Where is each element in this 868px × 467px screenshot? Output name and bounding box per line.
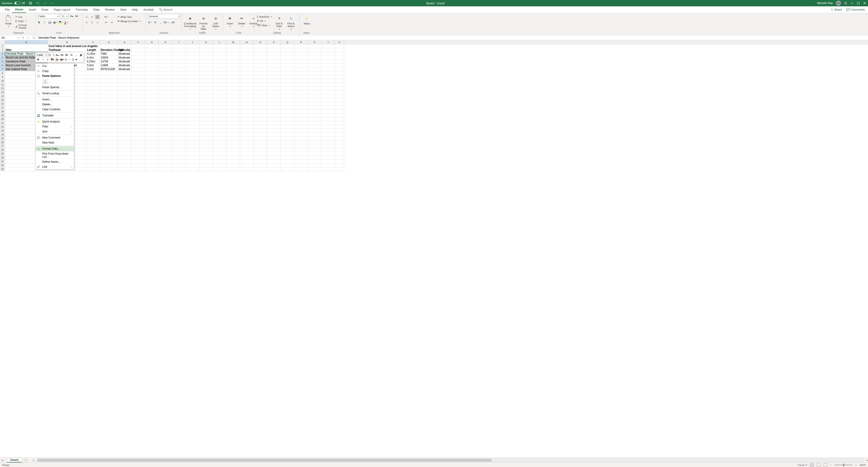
cell-M30[interactable] bbox=[226, 156, 240, 160]
cell-K3[interactable] bbox=[199, 52, 213, 56]
collapse-ribbon-icon[interactable]: ˄ bbox=[866, 14, 867, 17]
cell-N22[interactable] bbox=[240, 125, 254, 129]
cell-O20[interactable] bbox=[254, 117, 267, 121]
delete-cells-button[interactable]: ➖Delete bbox=[237, 14, 247, 29]
cell-L13[interactable] bbox=[213, 90, 226, 94]
cell-C32[interactable] bbox=[86, 163, 100, 167]
cell-M18[interactable] bbox=[226, 110, 240, 114]
cell-S15[interactable] bbox=[308, 98, 321, 102]
cell-U22[interactable] bbox=[335, 125, 344, 129]
cell-N19[interactable] bbox=[240, 114, 254, 117]
cell-L18[interactable] bbox=[213, 110, 226, 114]
user-avatar[interactable]: MR bbox=[836, 1, 841, 6]
cell-S32[interactable] bbox=[308, 163, 321, 167]
cell-R21[interactable] bbox=[294, 121, 308, 125]
cell-D4[interactable]: 1050ft bbox=[100, 56, 118, 60]
cell-M32[interactable] bbox=[226, 163, 240, 167]
scroll-right-icon[interactable]: ▸ bbox=[867, 459, 868, 462]
cell-O2[interactable] bbox=[254, 48, 267, 52]
cell-F26[interactable] bbox=[131, 141, 145, 144]
cell-I26[interactable] bbox=[172, 141, 186, 144]
mini-merge-icon[interactable]: ⬌ bbox=[74, 57, 78, 61]
cell-N27[interactable] bbox=[240, 144, 254, 148]
cell-E29[interactable] bbox=[118, 152, 131, 156]
cell-T3[interactable] bbox=[321, 52, 335, 56]
row-header-8[interactable]: 8 bbox=[0, 71, 5, 75]
cell-M27[interactable] bbox=[226, 144, 240, 148]
cell-R28[interactable] bbox=[294, 148, 308, 152]
cell-D10[interactable] bbox=[100, 79, 118, 83]
cell-I32[interactable] bbox=[172, 163, 186, 167]
cell-R11[interactable] bbox=[294, 83, 308, 87]
sort-filter-button[interactable]: ⇅Sort & Filter bbox=[274, 14, 284, 31]
cell-H11[interactable] bbox=[159, 83, 172, 87]
cell-K29[interactable] bbox=[199, 152, 213, 156]
cell-P6[interactable] bbox=[267, 64, 281, 67]
cell-I11[interactable] bbox=[172, 83, 186, 87]
cell-R9[interactable] bbox=[294, 75, 308, 79]
cell-K17[interactable] bbox=[199, 106, 213, 110]
cell-E11[interactable] bbox=[118, 83, 131, 87]
cell-L20[interactable] bbox=[213, 117, 226, 121]
column-header-T[interactable]: T bbox=[321, 40, 335, 44]
cell-E10[interactable] bbox=[118, 79, 131, 83]
autosum-button[interactable]: ΣAutoSum bbox=[256, 15, 273, 19]
cell-Q31[interactable] bbox=[281, 160, 294, 163]
cell-J5[interactable] bbox=[186, 60, 199, 64]
cell-R30[interactable] bbox=[294, 156, 308, 160]
cell-L11[interactable] bbox=[213, 83, 226, 87]
cell-I10[interactable] bbox=[172, 79, 186, 83]
row-header-14[interactable]: 14 bbox=[0, 94, 5, 98]
mini-decrease-font-icon[interactable]: A▾ bbox=[60, 53, 64, 57]
cell-P31[interactable] bbox=[267, 160, 281, 163]
spreadsheet-grid[interactable]: ABCDEFGHIJKLMNOPQRSTU 1Cool hikes in and… bbox=[0, 40, 868, 458]
cell-R2[interactable] bbox=[294, 48, 308, 52]
close-icon[interactable] bbox=[863, 2, 866, 5]
cell-U13[interactable] bbox=[335, 90, 344, 94]
cell-I12[interactable] bbox=[172, 87, 186, 90]
cell-S26[interactable] bbox=[308, 141, 321, 144]
cell-N12[interactable] bbox=[240, 87, 254, 90]
redo-icon[interactable] bbox=[43, 2, 46, 5]
cell-H28[interactable] bbox=[159, 148, 172, 152]
cell-P27[interactable] bbox=[267, 144, 281, 148]
cell-J8[interactable] bbox=[186, 71, 199, 75]
cell-H17[interactable] bbox=[159, 106, 172, 110]
cell-E20[interactable] bbox=[118, 117, 131, 121]
cell-F6[interactable] bbox=[131, 64, 145, 67]
cell-R8[interactable] bbox=[294, 71, 308, 75]
cut-button[interactable]: ✂Cut bbox=[15, 15, 33, 19]
cell-M8[interactable] bbox=[226, 71, 240, 75]
cell-J25[interactable] bbox=[186, 136, 199, 141]
cell-N26[interactable] bbox=[240, 141, 254, 144]
cell-K23[interactable] bbox=[199, 129, 213, 133]
cell-N7[interactable] bbox=[240, 67, 254, 71]
cell-G3[interactable] bbox=[145, 52, 159, 56]
cell-E15[interactable] bbox=[118, 98, 131, 102]
cell-Q2[interactable] bbox=[281, 48, 294, 52]
cell-R24[interactable] bbox=[294, 133, 308, 136]
enter-formula-icon[interactable]: ✓ bbox=[26, 36, 31, 39]
wrap-text-button[interactable]: ↩Wrap Text bbox=[117, 15, 141, 19]
cell-C18[interactable] bbox=[86, 110, 100, 114]
cell-L33[interactable] bbox=[213, 167, 226, 171]
cell-F4[interactable] bbox=[131, 56, 145, 60]
cell-G2[interactable] bbox=[145, 48, 159, 52]
cell-M11[interactable] bbox=[226, 83, 240, 87]
cell-J32[interactable] bbox=[186, 163, 199, 167]
cell-T11[interactable] bbox=[321, 83, 335, 87]
cell-J29[interactable] bbox=[186, 152, 199, 156]
column-header-J[interactable]: J bbox=[186, 40, 199, 44]
cell-G25[interactable] bbox=[145, 136, 159, 141]
cell-G29[interactable] bbox=[145, 152, 159, 156]
cell-D2[interactable]: Elevation Change bbox=[100, 48, 118, 52]
cell-F21[interactable] bbox=[131, 121, 145, 125]
cell-O1[interactable] bbox=[254, 44, 267, 48]
ctx-delete[interactable]: Delete... bbox=[35, 102, 74, 107]
cell-D22[interactable] bbox=[100, 125, 118, 129]
cell-K8[interactable] bbox=[199, 71, 213, 75]
column-header-D[interactable]: D bbox=[100, 40, 118, 44]
cell-O21[interactable] bbox=[254, 121, 267, 125]
cell-C12[interactable] bbox=[86, 87, 100, 90]
cell-Q25[interactable] bbox=[281, 136, 294, 141]
